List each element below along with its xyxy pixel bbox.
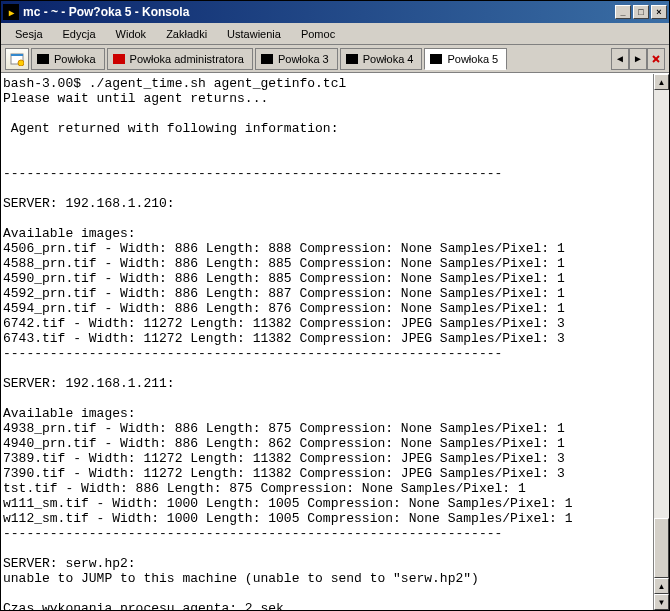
terminal-icon	[345, 52, 359, 66]
menu-widok[interactable]: Widok	[108, 26, 155, 42]
window-title: mc - ~ - Pow?oka 5 - Konsola	[23, 5, 615, 19]
terminal-icon	[429, 52, 443, 66]
terminal-line: 4940_prn.tif - Width: 886 Length: 862 Co…	[3, 436, 565, 451]
terminal-separator: ----------------------------------------…	[3, 166, 502, 181]
scroll-down-button[interactable]: ▼	[654, 594, 669, 610]
terminal-line: 4506_prn.tif - Width: 886 Length: 888 Co…	[3, 241, 565, 256]
svg-point-2	[18, 60, 24, 66]
terminal-error-line: unable to JUMP to this machine (unable t…	[3, 571, 479, 586]
terminal-line: tst.tif - Width: 886 Length: 875 Compres…	[3, 481, 526, 496]
terminal-line: Please wait until agent returns...	[3, 91, 268, 106]
vertical-scrollbar[interactable]: ▲ ▲ ▼	[653, 74, 669, 610]
scroll-up-line-button[interactable]: ▲	[654, 578, 669, 594]
tab-nav: ◄ ►	[611, 48, 665, 70]
svg-rect-6	[346, 54, 358, 64]
menu-zakladki[interactable]: Zakładki	[158, 26, 215, 42]
tab-label: Powłoka 4	[363, 53, 414, 65]
tab-close-button[interactable]	[647, 48, 665, 70]
scroll-thumb[interactable]	[654, 518, 669, 578]
terminal-line: bash-3.00$ ./agent_time.sh agent_getinfo…	[3, 76, 346, 91]
terminal-line: Agent returned with following informatio…	[3, 121, 338, 136]
close-icon	[651, 54, 661, 64]
terminal-server-header: SERVER: serw.hp2:	[3, 556, 136, 571]
window-titlebar: ▸ mc - ~ - Pow?oka 5 - Konsola _ □ ×	[1, 1, 669, 23]
window-controls: _ □ ×	[615, 5, 667, 19]
svg-rect-3	[37, 54, 49, 64]
tab-bar: Powłoka Powłoka administratora Powłoka 3…	[1, 45, 669, 73]
tab-scroll-left-button[interactable]: ◄	[611, 48, 629, 70]
terminal-line: w112_sm.tif - Width: 1000 Length: 1005 C…	[3, 511, 573, 526]
menu-pomoc[interactable]: Pomoc	[293, 26, 343, 42]
terminal-server-header: SERVER: 192.168.1.210:	[3, 196, 175, 211]
terminal-line: Czas wykonania procesu agenta: 2 sek.	[3, 601, 292, 610]
menu-edycja[interactable]: Edycja	[55, 26, 104, 42]
tab-powloka-admin[interactable]: Powłoka administratora	[107, 48, 253, 70]
terminal-line: 4938_prn.tif - Width: 886 Length: 875 Co…	[3, 421, 565, 436]
svg-rect-5	[261, 54, 273, 64]
svg-rect-4	[113, 54, 125, 64]
terminal-line: 6743.tif - Width: 11272 Length: 11382 Co…	[3, 331, 565, 346]
tab-powloka-4[interactable]: Powłoka 4	[340, 48, 423, 70]
svg-rect-1	[11, 54, 23, 56]
tab-label: Powłoka administratora	[130, 53, 244, 65]
terminal-line: w111_sm.tif - Width: 1000 Length: 1005 C…	[3, 496, 573, 511]
terminal-icon	[36, 52, 50, 66]
minimize-button[interactable]: _	[615, 5, 631, 19]
tab-label: Powłoka	[54, 53, 96, 65]
tab-powloka-5[interactable]: Powłoka 5	[424, 48, 507, 70]
svg-rect-7	[430, 54, 442, 64]
terminal-line: 4592_prn.tif - Width: 886 Length: 887 Co…	[3, 286, 565, 301]
terminal-new-icon	[10, 52, 24, 66]
scroll-up-button[interactable]: ▲	[654, 74, 669, 90]
terminal-line: 4590_prn.tif - Width: 886 Length: 885 Co…	[3, 271, 565, 286]
terminal-container: bash-3.00$ ./agent_time.sh agent_getinfo…	[1, 73, 669, 610]
terminal-line: 4594_prn.tif - Width: 886 Length: 876 Co…	[3, 301, 565, 316]
tab-label: Powłoka 3	[278, 53, 329, 65]
menu-sesja[interactable]: Sesja	[7, 26, 51, 42]
menu-bar: Sesja Edycja Widok Zakładki Ustawienia P…	[1, 23, 669, 45]
terminal-line: Available images:	[3, 226, 136, 241]
close-button[interactable]: ×	[651, 5, 667, 19]
terminal-admin-icon	[112, 52, 126, 66]
terminal-line: Available images:	[3, 406, 136, 421]
terminal-line: 7390.tif - Width: 11272 Length: 11382 Co…	[3, 466, 565, 481]
tab-scroll-right-button[interactable]: ►	[629, 48, 647, 70]
scroll-track[interactable]	[654, 90, 669, 578]
terminal-icon	[260, 52, 274, 66]
tab-powloka-1[interactable]: Powłoka	[31, 48, 105, 70]
terminal-separator: ----------------------------------------…	[3, 346, 502, 361]
app-icon: ▸	[3, 4, 19, 20]
new-tab-button[interactable]	[5, 48, 29, 70]
maximize-button[interactable]: □	[633, 5, 649, 19]
terminal-line: 6742.tif - Width: 11272 Length: 11382 Co…	[3, 316, 565, 331]
terminal-line: 7389.tif - Width: 11272 Length: 11382 Co…	[3, 451, 565, 466]
menu-ustawienia[interactable]: Ustawienia	[219, 26, 289, 42]
tab-label: Powłoka 5	[447, 53, 498, 65]
terminal-separator: ----------------------------------------…	[3, 526, 502, 541]
terminal-output[interactable]: bash-3.00$ ./agent_time.sh agent_getinfo…	[1, 74, 653, 610]
terminal-server-header: SERVER: 192.168.1.211:	[3, 376, 175, 391]
tab-powloka-3[interactable]: Powłoka 3	[255, 48, 338, 70]
terminal-line: 4588_prn.tif - Width: 886 Length: 885 Co…	[3, 256, 565, 271]
